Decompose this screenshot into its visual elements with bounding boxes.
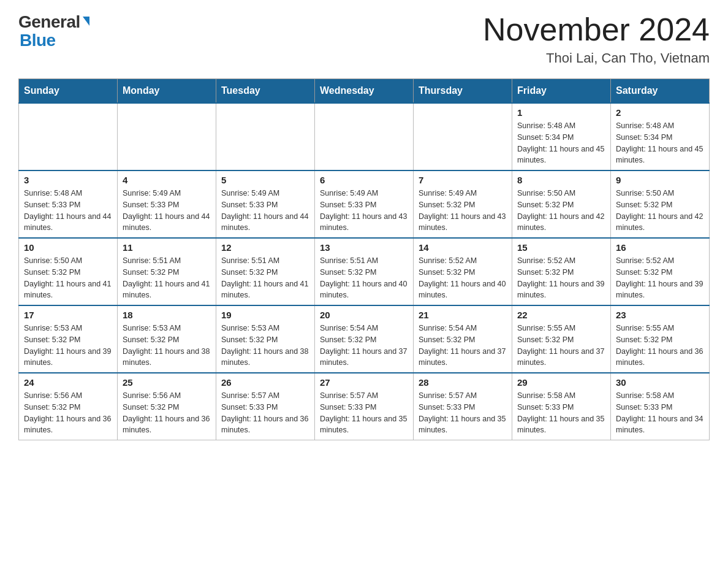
table-row: 8Sunrise: 5:50 AMSunset: 5:32 PMDaylight… [512,170,611,238]
title-block: November 2024 Thoi Lai, Can Tho, Vietnam [483,12,710,66]
table-row: 24Sunrise: 5:56 AMSunset: 5:32 PMDayligh… [19,373,118,440]
logo-arrow-icon [83,17,89,26]
day-number: 9 [616,175,704,185]
day-number: 21 [419,310,507,320]
day-number: 19 [221,310,309,320]
day-number: 10 [24,242,112,253]
day-number: 15 [517,242,605,253]
table-row: 29Sunrise: 5:58 AMSunset: 5:33 PMDayligh… [512,373,611,440]
table-row [414,103,512,170]
day-info: Sunrise: 5:52 AMSunset: 5:32 PMDaylight:… [419,255,507,301]
table-row: 22Sunrise: 5:55 AMSunset: 5:32 PMDayligh… [512,305,611,373]
day-number: 20 [320,310,408,320]
day-info: Sunrise: 5:54 AMSunset: 5:32 PMDaylight:… [419,323,507,369]
calendar-week-row: 3Sunrise: 5:48 AMSunset: 5:33 PMDaylight… [19,170,710,238]
day-info: Sunrise: 5:55 AMSunset: 5:32 PMDaylight:… [616,323,704,369]
col-tuesday: Tuesday [216,79,315,104]
day-info: Sunrise: 5:49 AMSunset: 5:33 PMDaylight:… [221,188,309,234]
table-row: 30Sunrise: 5:58 AMSunset: 5:33 PMDayligh… [611,373,710,440]
day-info: Sunrise: 5:56 AMSunset: 5:32 PMDaylight:… [24,390,112,436]
logo: General Blue [18,12,89,50]
table-row: 11Sunrise: 5:51 AMSunset: 5:32 PMDayligh… [118,238,216,305]
table-row: 6Sunrise: 5:49 AMSunset: 5:33 PMDaylight… [315,170,414,238]
day-info: Sunrise: 5:51 AMSunset: 5:32 PMDaylight:… [123,255,211,301]
day-info: Sunrise: 5:48 AMSunset: 5:33 PMDaylight:… [24,188,112,234]
day-info: Sunrise: 5:53 AMSunset: 5:32 PMDaylight:… [221,323,309,369]
table-row: 28Sunrise: 5:57 AMSunset: 5:33 PMDayligh… [414,373,512,440]
table-row: 5Sunrise: 5:49 AMSunset: 5:33 PMDaylight… [216,170,315,238]
table-row: 9Sunrise: 5:50 AMSunset: 5:32 PMDaylight… [611,170,710,238]
col-sunday: Sunday [19,79,118,104]
day-info: Sunrise: 5:51 AMSunset: 5:32 PMDaylight:… [221,255,309,301]
day-info: Sunrise: 5:52 AMSunset: 5:32 PMDaylight:… [616,255,704,301]
table-row: 7Sunrise: 5:49 AMSunset: 5:32 PMDaylight… [414,170,512,238]
table-row: 21Sunrise: 5:54 AMSunset: 5:32 PMDayligh… [414,305,512,373]
day-number: 8 [517,175,605,185]
day-info: Sunrise: 5:50 AMSunset: 5:32 PMDaylight:… [517,188,605,234]
day-number: 3 [24,175,112,185]
day-info: Sunrise: 5:57 AMSunset: 5:33 PMDaylight:… [221,390,309,436]
table-row [216,103,315,170]
day-number: 18 [123,310,211,320]
table-row: 10Sunrise: 5:50 AMSunset: 5:32 PMDayligh… [19,238,118,305]
table-row: 15Sunrise: 5:52 AMSunset: 5:32 PMDayligh… [512,238,611,305]
day-info: Sunrise: 5:58 AMSunset: 5:33 PMDaylight:… [616,390,704,436]
day-number: 13 [320,242,408,253]
col-wednesday: Wednesday [315,79,414,104]
day-number: 28 [419,377,507,388]
day-info: Sunrise: 5:48 AMSunset: 5:34 PMDaylight:… [616,120,704,166]
table-row: 4Sunrise: 5:49 AMSunset: 5:33 PMDaylight… [118,170,216,238]
calendar-week-row: 10Sunrise: 5:50 AMSunset: 5:32 PMDayligh… [19,238,710,305]
day-info: Sunrise: 5:57 AMSunset: 5:33 PMDaylight:… [419,390,507,436]
day-info: Sunrise: 5:57 AMSunset: 5:33 PMDaylight:… [320,390,408,436]
day-number: 6 [320,175,408,185]
day-info: Sunrise: 5:50 AMSunset: 5:32 PMDaylight:… [24,255,112,301]
table-row: 20Sunrise: 5:54 AMSunset: 5:32 PMDayligh… [315,305,414,373]
day-number: 12 [221,242,309,253]
day-info: Sunrise: 5:54 AMSunset: 5:32 PMDaylight:… [320,323,408,369]
day-number: 25 [123,377,211,388]
table-row: 1Sunrise: 5:48 AMSunset: 5:34 PMDaylight… [512,103,611,170]
logo-blue-text: Blue [20,31,56,50]
day-number: 23 [616,310,704,320]
calendar-header-row: Sunday Monday Tuesday Wednesday Thursday… [19,79,710,104]
table-row: 12Sunrise: 5:51 AMSunset: 5:32 PMDayligh… [216,238,315,305]
table-row: 3Sunrise: 5:48 AMSunset: 5:33 PMDaylight… [19,170,118,238]
table-row: 19Sunrise: 5:53 AMSunset: 5:32 PMDayligh… [216,305,315,373]
table-row [118,103,216,170]
location-title: Thoi Lai, Can Tho, Vietnam [483,50,710,66]
day-info: Sunrise: 5:48 AMSunset: 5:34 PMDaylight:… [517,120,605,166]
day-info: Sunrise: 5:49 AMSunset: 5:33 PMDaylight:… [320,188,408,234]
table-row: 27Sunrise: 5:57 AMSunset: 5:33 PMDayligh… [315,373,414,440]
day-info: Sunrise: 5:53 AMSunset: 5:32 PMDaylight:… [123,323,211,369]
day-number: 29 [517,377,605,388]
day-number: 24 [24,377,112,388]
calendar-table: Sunday Monday Tuesday Wednesday Thursday… [18,79,710,440]
table-row: 13Sunrise: 5:51 AMSunset: 5:32 PMDayligh… [315,238,414,305]
month-title: November 2024 [483,12,710,47]
day-number: 14 [419,242,507,253]
col-friday: Friday [512,79,611,104]
table-row: 26Sunrise: 5:57 AMSunset: 5:33 PMDayligh… [216,373,315,440]
day-info: Sunrise: 5:51 AMSunset: 5:32 PMDaylight:… [320,255,408,301]
day-number: 4 [123,175,211,185]
day-info: Sunrise: 5:55 AMSunset: 5:32 PMDaylight:… [517,323,605,369]
day-number: 11 [123,242,211,253]
calendar-week-row: 17Sunrise: 5:53 AMSunset: 5:32 PMDayligh… [19,305,710,373]
logo-general-text: General [18,12,80,32]
table-row [19,103,118,170]
calendar-week-row: 24Sunrise: 5:56 AMSunset: 5:32 PMDayligh… [19,373,710,440]
day-info: Sunrise: 5:53 AMSunset: 5:32 PMDaylight:… [24,323,112,369]
day-number: 27 [320,377,408,388]
day-number: 7 [419,175,507,185]
day-number: 5 [221,175,309,185]
table-row: 2Sunrise: 5:48 AMSunset: 5:34 PMDaylight… [611,103,710,170]
day-info: Sunrise: 5:49 AMSunset: 5:32 PMDaylight:… [419,188,507,234]
day-info: Sunrise: 5:50 AMSunset: 5:32 PMDaylight:… [616,188,704,234]
day-info: Sunrise: 5:52 AMSunset: 5:32 PMDaylight:… [517,255,605,301]
col-saturday: Saturday [611,79,710,104]
day-number: 2 [616,107,704,118]
table-row: 17Sunrise: 5:53 AMSunset: 5:32 PMDayligh… [19,305,118,373]
table-row: 18Sunrise: 5:53 AMSunset: 5:32 PMDayligh… [118,305,216,373]
day-info: Sunrise: 5:49 AMSunset: 5:33 PMDaylight:… [123,188,211,234]
